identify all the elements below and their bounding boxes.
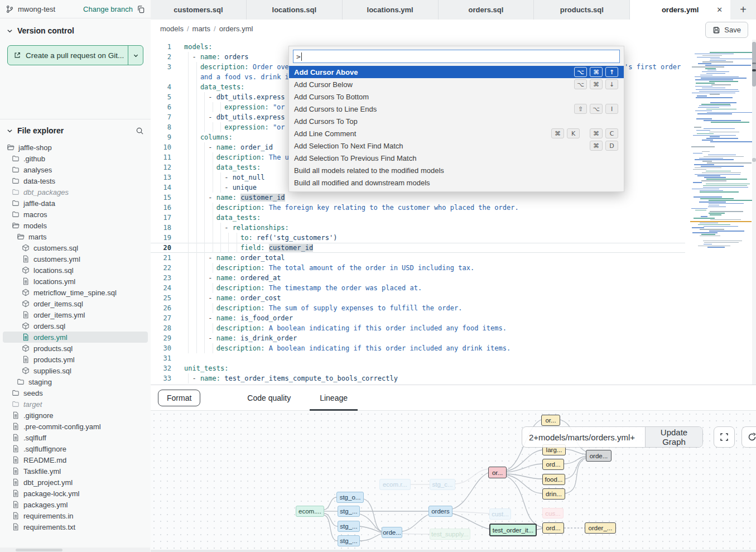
- lineage-node-stg_c_ghost[interactable]: stg_c...: [430, 479, 455, 490]
- code-line-24[interactable]: 24description: The timestamp the order w…: [151, 283, 685, 293]
- tab-locations-sql[interactable]: locations.sql: [247, 0, 343, 20]
- tab-customers-sql[interactable]: customers.sql: [151, 0, 247, 20]
- file-item-locations-yml[interactable]: locations.yml: [3, 276, 148, 287]
- palette-item-add-cursor-above[interactable]: Add Cursor Above⌥⌘↑: [289, 66, 624, 78]
- lineage-node-stg_orders_top[interactable]: stg_o...: [336, 492, 364, 503]
- file-item-readme-md[interactable]: README.md: [3, 454, 148, 465]
- file-item-dbt-project-yml[interactable]: dbt_project.yml: [3, 477, 148, 488]
- code-line-20[interactable]: 20field: customer_id: [151, 243, 685, 253]
- lineage-node-stg_a[interactable]: stg_...: [338, 506, 360, 517]
- file-item-orders-yml[interactable]: orders.yml: [3, 332, 148, 343]
- file-item-supplies-sql[interactable]: supplies.sql: [3, 365, 148, 376]
- lineage-node-ord1[interactable]: ord...: [542, 459, 564, 470]
- code-line-26[interactable]: 26description: The sum of supply expense…: [151, 303, 685, 313]
- code-line-18[interactable]: 18- relationships:: [151, 223, 685, 233]
- file-item-requirements-in[interactable]: requirements.in: [3, 510, 148, 521]
- file-item-seeds[interactable]: seeds: [3, 387, 148, 399]
- palette-item-build-all-modified-and-downstream-models[interactable]: Build all modified and downstream models: [289, 176, 624, 189]
- file-item-products-yml[interactable]: products.yml: [3, 354, 148, 365]
- code-line-17[interactable]: 17data_tests:: [151, 213, 685, 223]
- file-item--sqlfluff[interactable]: .sqlfluff: [3, 432, 148, 443]
- file-item--gitignore[interactable]: .gitignore: [3, 410, 148, 421]
- file-item-products-sql[interactable]: products.sql: [3, 343, 148, 354]
- graph-hscrollbar[interactable]: [151, 550, 756, 552]
- palette-item-add-cursors-to-top[interactable]: Add Cursors To Top: [289, 115, 624, 127]
- file-explorer-header[interactable]: File explorer: [0, 119, 151, 138]
- sidebar-hscrollbar[interactable]: [0, 548, 150, 552]
- file-item-requirements-txt[interactable]: requirements.txt: [3, 521, 148, 532]
- version-control-header[interactable]: Version control: [0, 18, 151, 40]
- code-line-27[interactable]: 27- name: is_food_order: [151, 313, 685, 323]
- pr-dropdown-toggle[interactable]: [128, 46, 143, 65]
- file-item-order-items-sql[interactable]: order_items.sql: [3, 298, 148, 309]
- file-item-marts[interactable]: marts: [3, 231, 148, 242]
- file-item--github[interactable]: .github: [3, 153, 148, 164]
- file-item-customers-yml[interactable]: customers.yml: [3, 253, 148, 265]
- lineage-node-or_top[interactable]: or...: [541, 415, 560, 426]
- breadcrumb-part[interactable]: models: [160, 25, 184, 33]
- palette-item-add-selection-to-next-find-match[interactable]: Add Selection To Next Find Match⌘D: [289, 140, 624, 152]
- breadcrumb-part[interactable]: orders.yml: [219, 25, 253, 33]
- tab-locations-yml[interactable]: locations.yml: [343, 0, 439, 20]
- command-palette-input[interactable]: >: [293, 50, 620, 63]
- new-tab-button[interactable]: +: [730, 0, 756, 20]
- tab-lineage[interactable]: Lineage: [305, 385, 362, 411]
- minimap[interactable]: [690, 47, 752, 253]
- file-item--pre-commit-config-yaml[interactable]: .pre-commit-config.yaml: [3, 421, 148, 432]
- file-item-customers-sql[interactable]: customers.sql: [3, 242, 148, 253]
- save-button[interactable]: Save: [705, 22, 748, 38]
- selector-input[interactable]: [522, 427, 645, 447]
- lineage-node-test_order_items[interactable]: test_order_it...: [489, 524, 537, 536]
- code-line-15[interactable]: 15- name: customer_id: [151, 193, 685, 203]
- code-line-25[interactable]: 25- name: order_cost: [151, 293, 685, 303]
- copy-icon[interactable]: [137, 5, 145, 13]
- code-line-33[interactable]: 33- name: test_order_items_compute_to_bo…: [151, 373, 685, 383]
- lineage-node-food[interactable]: food...: [542, 474, 565, 485]
- file-item-package-lock-yml[interactable]: package-lock.yml: [3, 488, 148, 499]
- palette-item-add-selection-to-previous-find-match[interactable]: Add Selection To Previous Find Match: [289, 152, 624, 164]
- file-item-data-tests[interactable]: data-tests: [3, 175, 148, 186]
- fullscreen-button[interactable]: [714, 426, 735, 448]
- create-pull-request-button[interactable]: Create a pull request on Git...: [7, 45, 143, 65]
- lineage-graph[interactable]: ecom....stg_o...stg_...stg_...stg_...eco…: [151, 411, 756, 552]
- tab-orders-yml[interactable]: orders.yml✕: [630, 0, 730, 20]
- file-item-order-items-yml[interactable]: order_items.yml: [3, 309, 148, 320]
- lineage-node-ord2[interactable]: ord...: [542, 522, 564, 534]
- scrollbar-handle[interactable]: [752, 42, 756, 87]
- lineage-node-test_supply_ghost[interactable]: test_supply...: [430, 529, 470, 540]
- code-line-22[interactable]: 22description: The total amount of the o…: [151, 263, 685, 273]
- file-item-orders-sql[interactable]: orders.sql: [3, 320, 148, 332]
- code-line-28[interactable]: 28description: A boolean indicating if t…: [151, 323, 685, 333]
- palette-item-add-cursors-to-bottom[interactable]: Add Cursors To Bottom: [289, 90, 624, 103]
- code-line-32[interactable]: 32unit_tests:: [151, 363, 685, 373]
- tab-orders-sql[interactable]: orders.sql: [439, 0, 535, 20]
- file-item-taskfile-yml[interactable]: Taskfile.yml: [3, 465, 148, 477]
- code-line-19[interactable]: 19to: ref('stg_customers'): [151, 233, 685, 243]
- file-item-target[interactable]: target: [3, 399, 148, 410]
- lineage-node-order_items[interactable]: orde...: [382, 527, 402, 538]
- file-item-metricflow-time-spine-sql[interactable]: metricflow_time_spine.sql: [3, 287, 148, 298]
- file-item-analyses[interactable]: analyses: [3, 164, 148, 175]
- file-item-macros[interactable]: macros: [3, 209, 148, 220]
- palette-item-add-line-comment[interactable]: Add Line Comment⌘K⌘C: [289, 127, 624, 140]
- code-line-21[interactable]: 21- name: order_total: [151, 253, 685, 263]
- file-item--sqlfluffignore[interactable]: .sqlfluffignore: [3, 443, 148, 454]
- close-icon[interactable]: ✕: [716, 6, 723, 14]
- update-graph-button[interactable]: Update Graph: [645, 427, 702, 447]
- code-line-30[interactable]: 30description: A boolean indicating if t…: [151, 343, 685, 353]
- lineage-node-drin[interactable]: drin...: [542, 488, 565, 500]
- code-line-23[interactable]: 23- name: ordered_at: [151, 273, 685, 283]
- code-line-31[interactable]: 31: [151, 353, 685, 363]
- file-item-staging[interactable]: staging: [3, 376, 148, 387]
- refresh-button[interactable]: [741, 426, 756, 448]
- file-item-jaffle-data[interactable]: jaffle-data: [3, 198, 148, 209]
- breadcrumb-part[interactable]: marts: [192, 25, 211, 33]
- file-item-packages-yml[interactable]: packages.yml: [3, 499, 148, 510]
- lineage-node-orders[interactable]: orders: [428, 506, 452, 517]
- file-item-dbt-packages[interactable]: dbt_packages: [3, 186, 148, 198]
- editor-vscrollbar[interactable]: [752, 40, 756, 385]
- tab-products-sql[interactable]: products.sql: [534, 0, 630, 20]
- lineage-node-order_long[interactable]: order_...: [585, 522, 616, 534]
- tab-code-quality[interactable]: Code quality: [233, 385, 305, 411]
- lineage-node-stg_b[interactable]: stg_...: [338, 521, 360, 532]
